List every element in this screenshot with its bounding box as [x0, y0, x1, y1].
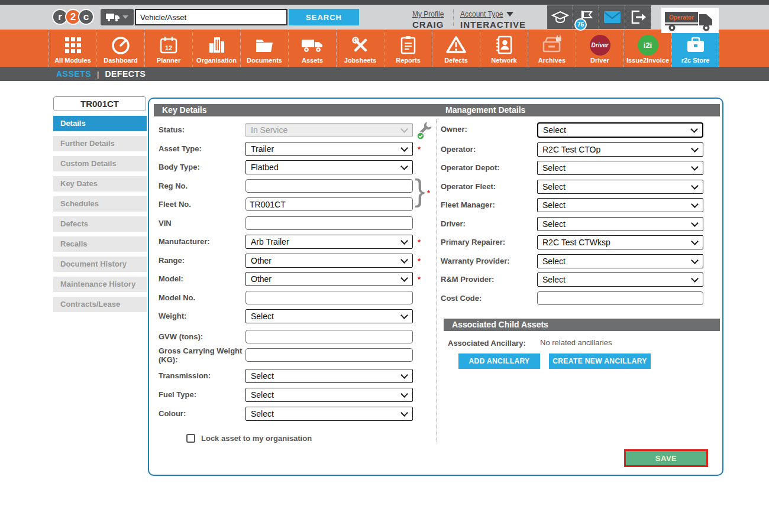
nav-reports[interactable]: Reports — [384, 30, 432, 67]
nav-all-modules[interactable]: All Modules — [49, 30, 96, 67]
add-ancillary-button[interactable]: ADD ANCILLARY — [458, 353, 540, 369]
sidebar-item-defects[interactable]: Defects — [53, 216, 147, 232]
nav-jobsheets[interactable]: Jobsheets — [336, 30, 384, 67]
search-input[interactable] — [135, 9, 287, 25]
weight-select[interactable]: Select — [245, 309, 413, 323]
nav-issue2invoice[interactable]: i2i Issue2Invoice — [623, 30, 671, 67]
fleet-no-input[interactable] — [245, 197, 413, 211]
r2c-logo[interactable]: r 2 c — [55, 9, 94, 25]
reg-no-row: Reg No. — [149, 179, 436, 193]
chevron-down-icon — [691, 145, 699, 153]
service-status-wrench-icon[interactable] — [415, 121, 434, 142]
required-marker: * — [427, 189, 430, 197]
rm-provider-row: R&M Provider: Select — [441, 273, 725, 287]
vin-row: VIN — [149, 216, 436, 231]
owner-select[interactable]: Select — [537, 122, 703, 138]
nav-driver[interactable]: Driver Driver — [576, 30, 623, 67]
vin-input[interactable] — [245, 216, 413, 230]
breadcrumb-separator: | — [97, 70, 99, 79]
gvw-input[interactable] — [245, 330, 413, 343]
range-select[interactable]: Other — [245, 254, 413, 268]
sidebar-item-key-dates[interactable]: Key Dates — [53, 176, 147, 192]
operator-fleet-select[interactable]: Select — [537, 180, 703, 194]
required-marker: * — [418, 257, 421, 265]
fleet-manager-row: Fleet Manager: Select — [441, 198, 725, 212]
chevron-down-icon — [400, 256, 408, 264]
messages-button[interactable] — [599, 5, 625, 29]
logo-letter-c: c — [78, 9, 94, 25]
primary-repairer-select[interactable]: R2C Test CTWksp — [537, 235, 703, 249]
lock-asset-checkbox[interactable] — [186, 434, 195, 443]
chevron-down-icon — [400, 274, 408, 282]
required-marker: * — [418, 145, 421, 154]
fuel-type-select[interactable]: Select — [245, 388, 413, 402]
notification-count-badge: 76 — [574, 18, 587, 31]
chevron-down-icon — [400, 125, 408, 133]
nav-dashboard[interactable]: Dashboard — [96, 30, 144, 67]
nav-r2c-store[interactable]: r2c Store — [671, 30, 719, 67]
breadcrumb-assets[interactable]: ASSETS — [56, 69, 91, 79]
operator-mode-button[interactable]: Operator — [661, 8, 719, 33]
manufacturer-select[interactable]: Arb Trailer — [245, 235, 413, 249]
chevron-down-icon — [691, 275, 699, 283]
asset-type-select[interactable]: Trailer — [245, 142, 413, 156]
model-no-input[interactable] — [245, 291, 413, 304]
save-button[interactable]: SAVE — [624, 449, 708, 467]
chevron-down-icon — [400, 163, 408, 170]
sidebar-item-recalls[interactable]: Recalls — [53, 236, 147, 252]
search-category-dropdown[interactable] — [101, 9, 134, 25]
nav-organisation[interactable]: Organisation — [192, 30, 240, 67]
gross-carrying-weight-input[interactable] — [245, 348, 413, 362]
model-select[interactable]: Other — [245, 272, 413, 286]
sidebar-item-schedules[interactable]: Schedules — [53, 196, 147, 212]
address-book-icon — [495, 34, 513, 56]
model-no-row: Model No. — [149, 291, 436, 305]
nav-planner[interactable]: 12 Planner — [144, 30, 192, 67]
sidebar-item-custom-details[interactable]: Custom Details — [53, 156, 147, 171]
buildings-icon — [208, 34, 225, 56]
chevron-down-icon — [400, 312, 408, 319]
required-marker: * — [418, 238, 421, 246]
account-type-value: INTERACTIVE — [460, 20, 526, 30]
warranty-provider-select[interactable]: Select — [537, 254, 703, 268]
sidebar-item-maintenance-history[interactable]: Maintenance History — [53, 277, 147, 292]
training-button[interactable] — [547, 5, 573, 29]
nav-network[interactable]: Network — [480, 30, 528, 67]
section-headers: Key Details Management Details — [154, 104, 720, 116]
operator-depot-select[interactable]: Select — [537, 161, 703, 175]
notifications-button[interactable]: 76 — [573, 5, 599, 29]
fleet-manager-select[interactable]: Select — [537, 198, 703, 212]
sidebar-item-details[interactable]: Details — [53, 116, 147, 131]
colour-select[interactable]: Select — [245, 407, 413, 421]
rm-provider-select[interactable]: Select — [537, 273, 703, 287]
logout-button[interactable] — [625, 5, 651, 29]
create-new-ancillary-button[interactable]: CREATE NEW ANCILLARY — [549, 353, 651, 369]
required-marker: * — [418, 275, 421, 284]
profile-name: CRAIG — [412, 20, 444, 30]
driver-select[interactable]: Select — [537, 217, 703, 231]
nav-documents[interactable]: Documents — [240, 30, 288, 67]
chevron-down-icon — [400, 371, 408, 379]
nav-assets[interactable]: Assets — [288, 30, 336, 67]
sidebar-item-further-details[interactable]: Further Details — [53, 136, 147, 151]
sidebar-item-contracts-lease[interactable]: Contracts/Lease — [53, 297, 147, 312]
chevron-down-icon — [690, 125, 698, 133]
reg-no-input[interactable] — [245, 179, 413, 193]
account-type-link[interactable]: Account Type — [460, 10, 503, 18]
associated-ancillary-label: Associated Ancillary: — [448, 339, 526, 348]
cost-code-input[interactable] — [537, 291, 703, 305]
chevron-down-icon — [691, 219, 699, 227]
graduation-cap-icon — [551, 9, 569, 25]
search-button[interactable]: SEARCH — [289, 9, 359, 25]
breadcrumb-defects[interactable]: DEFECTS — [105, 69, 146, 79]
my-profile-link[interactable]: My Profile — [412, 10, 444, 18]
nav-archives[interactable]: Archives — [528, 30, 576, 67]
transmission-select[interactable]: Select — [245, 369, 413, 383]
body-type-select[interactable]: Flatbed — [245, 160, 413, 174]
operator-depot-row: Operator Depot: Select — [441, 161, 725, 175]
fuel-type-row: Fuel Type: Select — [149, 388, 436, 402]
sidebar-item-document-history[interactable]: Document History — [53, 257, 147, 272]
operator-select[interactable]: R2C Test CTOp — [537, 142, 703, 157]
asset-type-row: Asset Type: Trailer * — [149, 142, 436, 156]
nav-defects[interactable]: Defects — [432, 30, 480, 67]
